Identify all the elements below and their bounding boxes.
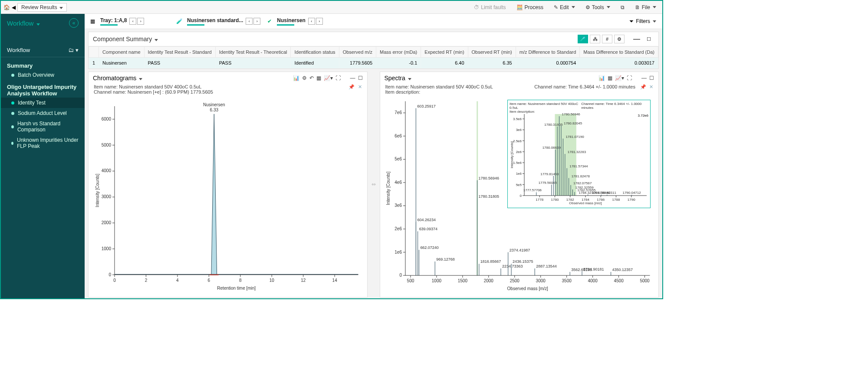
svg-text:1e6: 1e6: [395, 250, 402, 255]
expand-icon[interactable]: ⛶: [335, 75, 341, 81]
tray-chip[interactable]: ▦ Tray: 1:A,8 ‹›: [88, 16, 171, 26]
edit-button[interactable]: ✎Edit: [550, 3, 579, 12]
svg-text:1790.04712: 1790.04712: [622, 191, 641, 195]
check-circle-icon: ✔: [265, 16, 274, 26]
svg-text:1786.82311: 1786.82311: [598, 191, 617, 195]
vertical-splitter[interactable]: ⇔: [371, 72, 376, 297]
svg-text:Intensity [Counts]: Intensity [Counts]: [385, 172, 390, 205]
close-plot-icon[interactable]: ✕: [358, 84, 362, 95]
undo-icon[interactable]: ↶: [309, 75, 314, 81]
back-icon[interactable]: ◀: [12, 4, 16, 10]
sidebar-item-identity-test[interactable]: Identity Test: [1, 98, 85, 108]
svg-text:1782.07567: 1782.07567: [573, 181, 592, 185]
tray-prev[interactable]: ‹: [129, 18, 136, 25]
sidebar-item-sodium-adduct[interactable]: Sodium Adduct Level: [1, 108, 85, 118]
svg-text:2: 2: [145, 278, 148, 283]
svg-text:Observed mass [m/z]: Observed mass [m/z]: [569, 201, 602, 205]
spec-item-desc: Item description:: [385, 89, 493, 95]
sample-prev[interactable]: ‹: [246, 18, 253, 25]
sidebar-group-oligo: Oligo Untargeted Impurity Analysis Workf…: [1, 80, 85, 98]
spectra-plot[interactable]: 5001000150020002500300035004000450050000…: [385, 96, 654, 294]
sidebar-item-batch-overview[interactable]: Batch Overview: [1, 70, 85, 80]
sample-next[interactable]: ›: [253, 18, 260, 25]
svg-text:3e6: 3e6: [395, 203, 402, 208]
spectra-inset[interactable]: Item name: Nusinersen standard 50V 400oC…: [507, 100, 651, 208]
filters-button[interactable]: ⏷ Filters: [626, 17, 659, 25]
svg-text:2436.15375: 2436.15375: [513, 259, 533, 264]
svg-text:639.09374: 639.09374: [419, 227, 437, 231]
tray-next[interactable]: ›: [137, 18, 144, 25]
svg-text:Intensity [Counts]: Intensity [Counts]: [95, 174, 100, 207]
table-row[interactable]: 1 Nusinersen PASS PASS Identified 1779.5…: [89, 58, 658, 69]
view-hash-button[interactable]: #: [602, 35, 612, 43]
svg-text:3000: 3000: [536, 278, 546, 283]
close-plot-icon[interactable]: ✕: [649, 84, 653, 89]
file-button[interactable]: 🗎File: [631, 3, 660, 12]
svg-text:3500: 3500: [562, 278, 572, 283]
svg-text:5000: 5000: [102, 143, 112, 147]
minimize-button[interactable]: —: [631, 35, 642, 43]
svg-text:0: 0: [399, 273, 402, 278]
svg-text:Retention time [min]: Retention time [min]: [217, 286, 256, 291]
chrom-channel-name: Channel name: Nusinersen [+e] : (60.9 PP…: [94, 89, 213, 95]
view-vial-button[interactable]: 🧪: [578, 35, 588, 43]
table-header: Component name Identity Test Result - St…: [89, 47, 658, 58]
sidebar-item-harsh-vs-standard[interactable]: Harsh vs Standard Comparison: [1, 118, 85, 135]
maximize-button[interactable]: ☐: [644, 35, 654, 43]
svg-text:4000: 4000: [588, 278, 598, 283]
view-config-button[interactable]: ⚙: [614, 35, 625, 43]
svg-text:0: 0: [113, 278, 116, 283]
axis-icon[interactable]: 📈▾: [324, 75, 333, 81]
minimize-chart-button[interactable]: —: [350, 75, 355, 81]
svg-text:1500: 1500: [457, 278, 467, 283]
svg-text:10: 10: [270, 278, 275, 283]
grid-icon[interactable]: ▦: [316, 75, 321, 81]
svg-text:1000: 1000: [431, 278, 441, 283]
tools-button[interactable]: ⚙Tools: [582, 3, 614, 12]
minimize-chart-button[interactable]: —: [641, 75, 647, 81]
view-share-button[interactable]: ⁂: [590, 35, 600, 43]
svg-text:6e6: 6e6: [395, 134, 402, 138]
maximize-chart-button[interactable]: ☐: [649, 75, 654, 81]
panel-title: Component Summary: [93, 36, 158, 42]
file-icon: 🗎: [635, 4, 640, 10]
process-button[interactable]: 🧮Process: [513, 3, 547, 12]
chart-icon[interactable]: 📊: [293, 75, 299, 81]
breadcrumb[interactable]: Review Results: [17, 3, 67, 12]
svg-text:8: 8: [239, 278, 242, 283]
layout-button[interactable]: ⧉: [617, 3, 628, 12]
svg-text:6: 6: [208, 278, 210, 283]
comp-next[interactable]: ›: [316, 18, 323, 25]
pin-icon[interactable]: 📌: [349, 84, 355, 95]
pin-icon[interactable]: 📌: [640, 84, 646, 89]
component-chip[interactable]: ✔ Nusinersen ‹›: [265, 16, 347, 26]
svg-text:2e6: 2e6: [395, 226, 402, 231]
funnel-icon: ⏷: [629, 18, 634, 24]
vial-icon: 🧪: [175, 16, 184, 26]
svg-text:1000: 1000: [102, 246, 112, 251]
svg-text:4500: 4500: [614, 278, 624, 283]
svg-text:3000: 3000: [102, 194, 112, 199]
maximize-chart-button[interactable]: ☐: [358, 75, 363, 81]
chart-icon[interactable]: 📊: [598, 75, 605, 81]
expand-icon[interactable]: ⛶: [627, 75, 632, 81]
axis-icon[interactable]: 📈▾: [615, 75, 624, 81]
summary-table: Component name Identity Test Result - St…: [89, 46, 658, 69]
workflow-sidebar: Workflow « Workflow 🗂 ▾ Summary Batch Ov…: [1, 14, 85, 298]
svg-text:2374.41987: 2374.41987: [509, 248, 529, 252]
section-link-icon[interactable]: 🗂 ▾: [68, 47, 79, 53]
comp-prev[interactable]: ‹: [308, 18, 315, 25]
chromatogram-plot[interactable]: 024681012140100020003000400050006000Nusi…: [93, 96, 363, 294]
svg-text:4: 4: [176, 278, 179, 283]
sidebar-item-unknown-impurities[interactable]: Unknown Impurities Under FLP Peak: [1, 135, 85, 151]
home-icon[interactable]: 🏠: [3, 4, 10, 10]
svg-text:5e6: 5e6: [395, 157, 402, 161]
sample-chip[interactable]: 🧪 Nusinersen standard... ‹›: [175, 16, 260, 26]
svg-text:604.26234: 604.26234: [417, 218, 435, 222]
gear-icon: ⚙: [585, 4, 590, 10]
settings-icon[interactable]: ⚙: [302, 75, 307, 81]
svg-text:Intensity [Counts]: Intensity [Counts]: [510, 141, 514, 168]
collapse-sidebar-button[interactable]: «: [69, 18, 79, 28]
limit-faults-button[interactable]: ⏱Limit faults: [470, 3, 509, 12]
grid-icon[interactable]: ▦: [608, 75, 612, 81]
